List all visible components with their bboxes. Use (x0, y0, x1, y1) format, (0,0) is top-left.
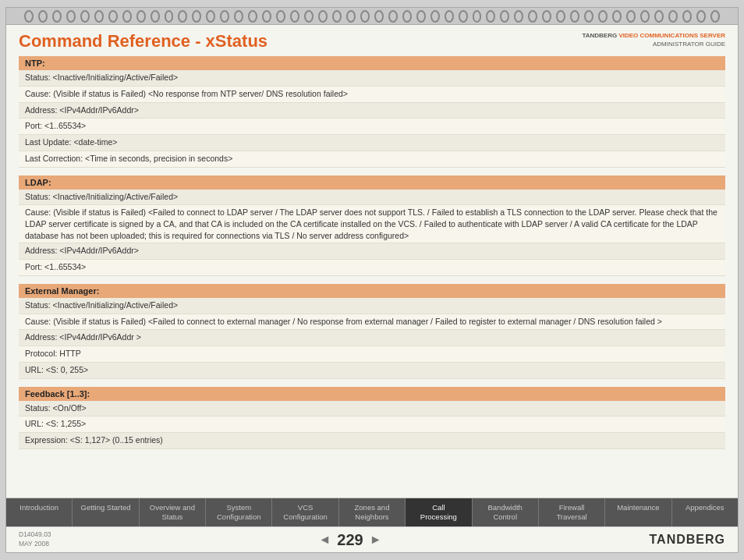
page-navigation: ◄ 229 ► (319, 531, 382, 549)
spiral-ring (136, 10, 146, 23)
spiral-ring (122, 10, 132, 23)
brand-block: TANDBERG VIDEO COMMUNICATIONS SERVER ADM… (582, 31, 725, 48)
brand-tandberg: TANDBERG (582, 32, 618, 39)
ntp-header: NTP: (19, 56, 725, 70)
spiral-ring (556, 10, 565, 23)
spiral-ring (542, 10, 551, 23)
tab-maintenance[interactable]: Maintenance (605, 498, 671, 527)
spiral-ring (374, 10, 384, 23)
spiral-ring (178, 10, 187, 23)
spiral-ring (710, 10, 720, 23)
spiral-ring (94, 10, 104, 23)
em-row-address: Address: <IPv4Addr/IPv6Addr > (19, 330, 725, 346)
spiral-ring (416, 10, 426, 23)
spiral-ring (682, 10, 692, 23)
tab-vcs-config[interactable]: VCSConfiguration (272, 498, 338, 527)
spiral-ring (668, 10, 678, 23)
spiral-ring (151, 10, 160, 23)
next-page-button[interactable]: ► (370, 533, 382, 547)
em-row-url: URL: <S: 0, 255> (19, 363, 725, 379)
spiral-binding (6, 8, 738, 25)
spiral-ring (52, 10, 62, 23)
spiral-ring (514, 10, 523, 23)
ntp-row-cause: Cause: (Visible if status is Failed) <No… (19, 87, 725, 103)
feedback-header: Feedback [1..3]: (19, 387, 725, 401)
tab-firewall-traversal[interactable]: FirewallTraversal (539, 498, 605, 527)
feedback-row-status: Status: <On/Off> (19, 401, 725, 417)
em-row-cause: Cause: (Visible if status is Failed) <Fa… (19, 314, 725, 331)
ntp-row-address: Address: <IPv4Addr/IPv6Addr> (19, 103, 725, 119)
spiral-ring (24, 10, 34, 23)
spiral-ring (584, 10, 593, 23)
tab-call-processing[interactable]: CallProcessing (406, 498, 472, 527)
page-title: Command Reference - xStatus (19, 31, 267, 51)
spiral-ring (473, 10, 482, 23)
tab-overview-status[interactable]: Overview andStatus (140, 498, 206, 527)
tab-introduction[interactable]: Introduction (6, 498, 73, 527)
spiral-ring (165, 10, 174, 23)
spiral-ring (500, 10, 509, 23)
ntp-row-port: Port: <1..65534> (19, 119, 725, 135)
spiral-ring (108, 10, 118, 23)
spiral-ring (570, 10, 579, 23)
feedback-row-url: URL: <S: 1,255> (19, 416, 725, 433)
spiral-ring (332, 10, 342, 23)
doc-date: MAY 2008 (19, 540, 51, 549)
spiral-ring (220, 10, 229, 23)
ldap-section: LDAP: Status: <Inactive/Initializing/Act… (19, 175, 725, 276)
tab-zones-neighbors[interactable]: Zones andNeighbors (339, 498, 406, 527)
external-manager-section: External Manager: Status: <Inactive/Init… (19, 284, 725, 379)
ntp-row-last-update: Last Update: <date-time> (19, 135, 725, 151)
spiral-ring (192, 10, 201, 23)
spiral-ring (696, 10, 706, 23)
main-content: NTP: Status: <Inactive/Initializing/Acti… (6, 56, 738, 498)
spiral-ring (318, 10, 328, 23)
spiral-ring (234, 10, 243, 23)
ntp-row-status: Status: <Inactive/Initializing/Active/Fa… (19, 70, 725, 87)
ldap-row-cause: Cause: (Visible if status is Failed) <Fa… (19, 205, 725, 243)
spiral-ring (612, 10, 622, 23)
spiral-ring (388, 10, 398, 23)
spiral-ring (290, 10, 299, 23)
footer: Introduction Getting Started Overview an… (6, 498, 738, 552)
brand-line2: ADMINISTRATOR GUIDE (582, 40, 725, 48)
spiral-ring (346, 10, 356, 23)
spiral-ring (654, 10, 664, 23)
external-manager-header: External Manager: (19, 284, 725, 298)
spiral-ring (360, 10, 370, 23)
doc-ref: D14049.03 (19, 530, 51, 540)
spiral-ring (445, 10, 454, 23)
page: Command Reference - xStatus TANDBERG VID… (5, 7, 739, 553)
doc-info: D14049.03 MAY 2008 (19, 530, 51, 549)
em-row-protocol: Protocol: HTTP (19, 346, 725, 363)
spiral-ring (626, 10, 636, 23)
page-number-bar: D14049.03 MAY 2008 ◄ 229 ► TANDBERG (6, 526, 738, 552)
spiral-ring (486, 10, 495, 23)
tab-appendices[interactable]: Appendices (672, 498, 738, 527)
page-number: 229 (337, 531, 363, 549)
tab-system-config[interactable]: SystemConfiguration (206, 498, 272, 527)
spiral-ring (38, 10, 48, 23)
spiral-ring (528, 10, 537, 23)
feedback-row-expression: Expression: <S: 1,127> (0..15 entries) (19, 433, 725, 449)
tab-bandwidth-control[interactable]: BandwidthControl (473, 498, 539, 527)
tandberg-logo: TANDBERG (650, 533, 725, 547)
ntp-row-last-correction: Last Correction: <Time in seconds, preci… (19, 151, 725, 168)
ldap-header: LDAP: (19, 175, 725, 190)
spiral-ring (262, 10, 271, 23)
feedback-section: Feedback [1..3]: Status: <On/Off> URL: <… (19, 387, 725, 449)
spiral-ring (248, 10, 257, 23)
spiral-ring (640, 10, 650, 23)
tab-getting-started[interactable]: Getting Started (73, 498, 139, 527)
spiral-ring (206, 10, 215, 23)
brand-product: VIDEO COMMUNICATIONS SERVER (618, 32, 725, 39)
spiral-ring (66, 10, 76, 23)
page-header: Command Reference - xStatus TANDBERG VID… (6, 25, 738, 56)
brand-line1: TANDBERG VIDEO COMMUNICATIONS SERVER (582, 31, 725, 40)
ldap-row-status: Status: <Inactive/Initializing/Active/Fa… (19, 190, 725, 206)
spiral-ring (304, 10, 314, 23)
prev-page-button[interactable]: ◄ (319, 533, 331, 547)
spiral-ring (459, 10, 468, 23)
ldap-row-address: Address: <IPv4Addr/IPv6Addr> (19, 243, 725, 260)
spiral-ring (430, 10, 440, 23)
